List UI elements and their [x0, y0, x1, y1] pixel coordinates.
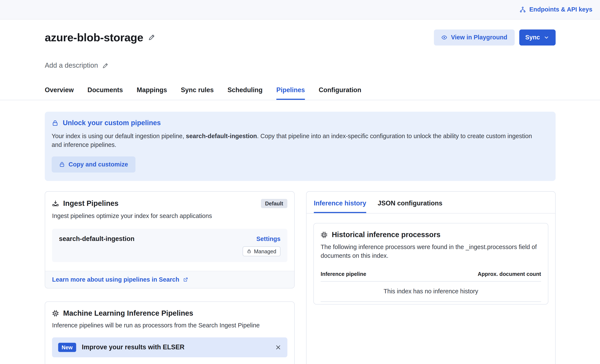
historical-inference-body: The following inference processors were …	[321, 243, 541, 261]
ingest-card-footer: Learn more about using pipelines in Sear…	[45, 271, 294, 288]
default-pipeline-name: search-default-ingestion	[186, 133, 257, 140]
copy-and-customize-button[interactable]: Copy and customize	[52, 157, 135, 173]
main-content: Unlock your custom pipelines Your index …	[0, 100, 600, 364]
left-column: Ingest Pipelines Default Ingest pipeline…	[45, 191, 295, 364]
column-inference-pipeline: Inference pipeline	[321, 271, 366, 277]
external-link-icon	[183, 277, 188, 282]
ml-inference-pipelines-card: Machine Learning Inference Pipelines Inf…	[45, 301, 295, 364]
chevron-down-icon	[543, 35, 550, 41]
ingest-pipelines-subtitle: Ingest pipelines optimize your index for…	[52, 212, 287, 221]
header-actions: View in Playground Sync	[434, 29, 556, 45]
ingest-pipelines-card: Ingest Pipelines Default Ingest pipeline…	[45, 191, 295, 289]
callout-body: Your index is using our default ingestio…	[52, 132, 542, 149]
copy-and-customize-label: Copy and customize	[69, 161, 128, 168]
tab-documents[interactable]: Documents	[87, 86, 123, 100]
settings-link[interactable]: Settings	[256, 236, 281, 243]
elser-banner: New Improve your results with ELSER	[52, 337, 287, 357]
lock-icon	[247, 249, 251, 254]
ingest-pipelines-title: Ingest Pipelines	[63, 199, 119, 208]
edit-title-button[interactable]	[148, 34, 155, 41]
top-bar: Endpoints & API keys	[0, 0, 600, 19]
page-title: azure-blob-storage	[45, 31, 143, 44]
ml-chip-icon	[52, 310, 59, 317]
endpoints-api-keys-link[interactable]: Endpoints & API keys	[520, 6, 592, 13]
view-in-playground-button[interactable]: View in Playground	[434, 29, 515, 45]
close-banner-button[interactable]	[275, 344, 281, 350]
ml-pipelines-subtitle: Inference pipelines will be run as proce…	[52, 321, 287, 330]
lock-icon	[59, 162, 65, 168]
index-tab-bar: Overview Documents Mappings Sync rules S…	[0, 86, 600, 100]
tab-json-configurations[interactable]: JSON configurations	[378, 200, 442, 213]
pipeline-name: search-default-ingestion	[59, 235, 135, 243]
sync-label: Sync	[525, 34, 540, 41]
lock-icon	[52, 120, 58, 126]
inference-panel: Inference history JSON configurations Hi…	[306, 191, 556, 364]
add-description-button[interactable]: Add a description	[45, 62, 108, 70]
unlock-pipelines-callout: Unlock your custom pipelines Your index …	[45, 112, 555, 181]
add-description-label: Add a description	[45, 62, 98, 70]
tab-inference-history[interactable]: Inference history	[314, 200, 366, 213]
endpoints-icon	[520, 7, 526, 13]
tab-pipelines[interactable]: Pipelines	[276, 86, 305, 100]
column-approx-document-count: Approx. document count	[478, 271, 541, 277]
pencil-icon	[102, 63, 108, 69]
ml-pipelines-title: Machine Learning Inference Pipelines	[63, 309, 193, 317]
learn-more-pipelines-link[interactable]: Learn more about using pipelines in Sear…	[52, 276, 188, 283]
processor-chip-icon	[321, 232, 328, 238]
close-icon	[275, 344, 281, 350]
view-in-playground-label: View in Playground	[451, 34, 507, 41]
tab-scheduling[interactable]: Scheduling	[227, 86, 262, 100]
callout-title: Unlock your custom pipelines	[63, 119, 161, 127]
page-header: azure-blob-storage View in Playground Sy…	[0, 19, 600, 70]
pipeline-panel: search-default-ingestion Settings Manage…	[52, 229, 287, 262]
app: Endpoints & API keys azure-blob-storage …	[0, 0, 600, 364]
tab-sync-rules[interactable]: Sync rules	[181, 86, 214, 100]
historical-inference-title: Historical inference processors	[332, 231, 441, 239]
elser-banner-title: Improve your results with ELSER	[82, 344, 184, 351]
sync-button[interactable]: Sync	[519, 29, 555, 45]
ingest-pipeline-icon	[52, 200, 59, 207]
tab-overview[interactable]: Overview	[45, 86, 74, 100]
eye-icon	[441, 35, 448, 41]
endpoints-api-keys-label: Endpoints & API keys	[529, 6, 592, 13]
default-badge: Default	[261, 199, 287, 208]
tab-mappings[interactable]: Mappings	[137, 86, 167, 100]
pencil-icon	[148, 34, 155, 41]
managed-badge: Managed	[243, 246, 281, 256]
tab-configuration[interactable]: Configuration	[319, 86, 361, 100]
inference-panel-tabs: Inference history JSON configurations	[307, 192, 555, 214]
inference-history-table: Inference pipeline Approx. document coun…	[321, 268, 541, 302]
historical-inference-card: Historical inference processors The foll…	[313, 223, 548, 305]
empty-state-message: This index has no inference history	[321, 282, 541, 302]
new-badge: New	[58, 343, 76, 352]
